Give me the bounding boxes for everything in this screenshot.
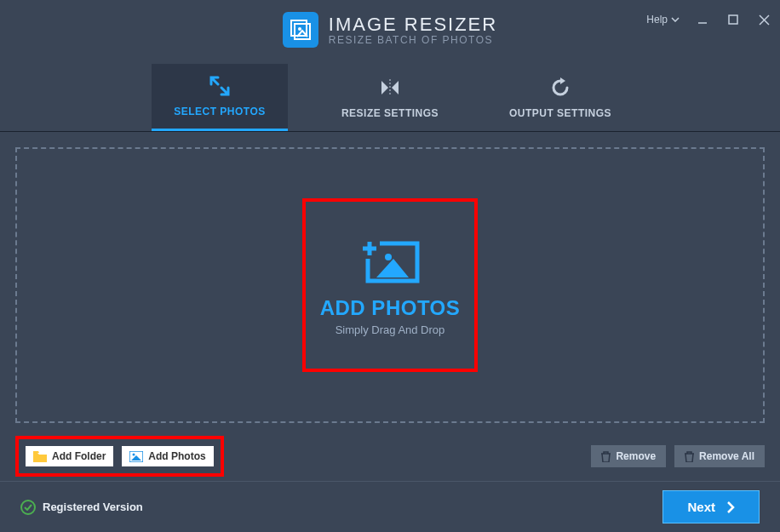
footer: Registered Version Next xyxy=(0,481,780,532)
tab-label: RESIZE SETTINGS xyxy=(341,107,439,119)
registration-status: Registered Version xyxy=(20,500,143,515)
help-menu[interactable]: Help xyxy=(646,14,680,26)
status-text: Registered Version xyxy=(43,501,143,513)
app-logo-icon xyxy=(283,12,318,48)
content-area: ADD PHOTOS Simply Drag And Drop xyxy=(0,132,780,423)
action-buttons-row: Add Folder Add Photos Remove Remove All xyxy=(15,436,765,477)
resize-icon xyxy=(378,77,402,99)
chevron-right-icon xyxy=(727,501,735,513)
add-photos-title: ADD PHOTOS xyxy=(320,296,461,320)
add-image-icon xyxy=(356,235,424,289)
photo-dropzone[interactable]: ADD PHOTOS Simply Drag And Drop xyxy=(15,147,765,423)
svg-point-2 xyxy=(298,27,301,31)
check-circle-icon xyxy=(20,500,36,515)
app-title-group: IMAGE RESIZER RESIZE BATCH OF PHOTOS xyxy=(329,14,497,46)
tab-resize-settings[interactable]: RESIZE SETTINGS xyxy=(322,64,458,131)
chevron-down-icon xyxy=(671,17,680,22)
svg-point-13 xyxy=(133,453,135,455)
tabs: SELECT PHOTOS RESIZE SETTINGS OUTPUT SET… xyxy=(0,64,780,132)
folder-icon xyxy=(33,451,47,462)
close-button[interactable] xyxy=(756,12,771,27)
refresh-icon xyxy=(550,77,571,99)
add-buttons-highlight: Add Folder Add Photos xyxy=(15,436,224,477)
window-controls: Help xyxy=(646,12,771,27)
titlebar-content: IMAGE RESIZER RESIZE BATCH OF PHOTOS xyxy=(283,12,497,48)
trash-icon xyxy=(685,451,694,462)
minimize-button[interactable] xyxy=(695,12,710,27)
tab-label: OUTPUT SETTINGS xyxy=(509,107,611,119)
tab-select-photos[interactable]: SELECT PHOTOS xyxy=(152,64,288,131)
expand-arrows-icon xyxy=(209,75,230,97)
add-photos-button[interactable]: Add Photos xyxy=(122,446,213,466)
app-subtitle: RESIZE BATCH OF PHOTOS xyxy=(329,34,497,46)
image-icon xyxy=(129,451,143,462)
svg-rect-4 xyxy=(729,15,737,24)
button-label: Add Folder xyxy=(52,450,106,462)
button-label: Remove xyxy=(616,450,656,462)
svg-marker-11 xyxy=(376,259,409,277)
add-folder-button[interactable]: Add Folder xyxy=(26,446,113,466)
tab-label: SELECT PHOTOS xyxy=(174,106,266,117)
maximize-button[interactable] xyxy=(726,12,741,27)
button-label: Add Photos xyxy=(148,450,205,462)
add-photos-hint: Simply Drag And Drop xyxy=(336,323,445,336)
titlebar: IMAGE RESIZER RESIZE BATCH OF PHOTOS Hel… xyxy=(0,0,780,64)
remove-all-button[interactable]: Remove All xyxy=(674,445,765,467)
help-label: Help xyxy=(646,14,668,26)
remove-button[interactable]: Remove xyxy=(591,445,666,467)
button-label: Remove All xyxy=(699,450,754,462)
tab-output-settings[interactable]: OUTPUT SETTINGS xyxy=(492,64,628,131)
app-title: IMAGE RESIZER xyxy=(329,14,497,36)
trash-icon xyxy=(601,451,611,462)
next-button[interactable]: Next xyxy=(662,490,760,523)
svg-marker-14 xyxy=(131,455,141,460)
svg-point-10 xyxy=(385,254,392,260)
button-label: Next xyxy=(687,500,715,514)
add-photos-card[interactable]: ADD PHOTOS Simply Drag And Drop xyxy=(302,198,478,372)
